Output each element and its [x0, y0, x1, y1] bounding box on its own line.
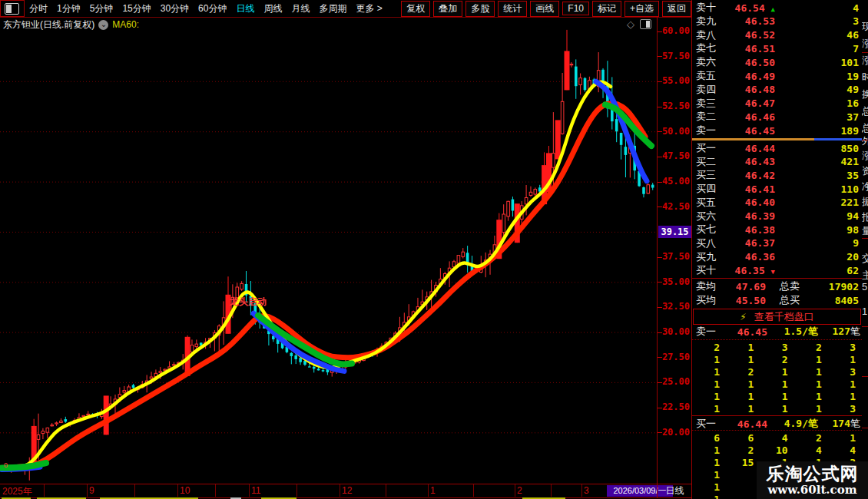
order-row[interactable]: 买五46.40221	[692, 196, 862, 210]
clipped-panel-text: 资	[862, 164, 868, 178]
period-label[interactable]: 日线	[657, 484, 692, 498]
toolbar-button[interactable]: 返回	[662, 1, 691, 17]
order-row[interactable]: 买一46.44850	[692, 141, 862, 155]
split-view-icon[interactable]	[640, 19, 651, 29]
order-volume: 19	[775, 71, 862, 82]
queue-cell: 3	[828, 366, 862, 378]
buy-one-label: 买一	[692, 417, 723, 431]
period-menu-item[interactable]: 1分钟	[52, 2, 85, 15]
toolbar-button[interactable]: 叠加	[433, 1, 462, 17]
divider	[862, 428, 868, 428]
x-axis-label: 2025年	[2, 485, 32, 498]
chevron-down-icon[interactable]: ⌄	[98, 20, 108, 30]
sell-queue-header[interactable]: 卖一 46.45 1.5/笔 127笔	[692, 325, 862, 338]
order-row[interactable]: 卖三46.4716	[692, 97, 862, 111]
order-price: 46.49	[724, 71, 775, 82]
divider	[862, 140, 868, 140]
toolbar-button[interactable]: 多股	[465, 1, 495, 17]
divider	[692, 430, 862, 431]
chart-annotation: 龙头启动	[230, 296, 267, 309]
panel-toggle-button[interactable]	[0, 0, 25, 17]
order-book-panel: 卖十46.54 ▲4卖九46.533卖八46.5246卖七46.517卖六46.…	[691, 0, 863, 499]
x-axis-tick	[177, 484, 178, 497]
order-row[interactable]: 买十46.35 ▼62	[692, 263, 862, 277]
order-volume: 16	[775, 97, 862, 109]
period-menu-item[interactable]: 15分钟	[118, 2, 155, 15]
order-price: 46.52	[724, 29, 775, 41]
order-level-label: 买七	[692, 223, 724, 236]
y-axis-label: 45.00	[662, 176, 690, 187]
x-axis-tick	[473, 484, 474, 497]
toolbar-button[interactable]: 统计	[498, 1, 527, 17]
order-row[interactable]: 买七46.3898	[692, 223, 862, 236]
period-menu-item[interactable]: 周线	[259, 2, 287, 15]
toolbar-button[interactable]: 标记	[592, 1, 621, 17]
order-row[interactable]: 买八46.379	[692, 236, 862, 250]
order-row[interactable]: 卖九46.533	[692, 15, 862, 28]
order-row[interactable]: 卖二46.4637	[692, 110, 862, 124]
order-level-label: 卖三	[692, 97, 724, 111]
order-row[interactable]: 买九46.3620	[692, 250, 862, 264]
order-row[interactable]: 买六46.3994	[692, 210, 862, 223]
queue-cell: 1	[760, 391, 793, 403]
diamond-icon[interactable]: ◇	[627, 18, 634, 30]
price-badge: 39.15	[658, 226, 691, 238]
order-volume: 37	[775, 111, 862, 123]
period-menu-item[interactable]: 30分钟	[156, 2, 194, 15]
period-menu-item[interactable]: 多周期	[314, 2, 351, 15]
sell-per-trade: 1.5/笔	[767, 325, 818, 339]
order-row[interactable]: 卖八46.5246	[692, 28, 862, 42]
buy-queue-header[interactable]: 买一 46.44 4.9/笔 174笔	[692, 417, 862, 430]
order-price: 46.50	[724, 57, 775, 68]
order-level-label: 卖六	[692, 55, 724, 69]
order-row[interactable]: 买三46.4235	[692, 168, 862, 182]
y-axis-label: 32.50	[662, 301, 690, 312]
candlestick-chart[interactable]	[0, 17, 657, 484]
period-menu-item[interactable]: 日线	[231, 2, 259, 15]
toolbar-button[interactable]: F10	[562, 2, 589, 15]
clipped-panel-text: 交	[862, 252, 868, 266]
order-row[interactable]: 卖七46.517	[692, 41, 862, 55]
y-axis-label: 52.50	[662, 101, 690, 111]
total-buy-label: 总买	[766, 293, 800, 307]
queue-cell: 4	[760, 432, 793, 444]
order-row[interactable]: 卖一46.45189	[692, 124, 862, 137]
order-price: 46.41	[724, 183, 775, 195]
zero-marker: 0	[4, 461, 8, 469]
order-volume: 20	[775, 251, 862, 263]
period-menu-item[interactable]: 60分钟	[194, 2, 231, 15]
queue-cell: 6	[726, 432, 760, 444]
period-menu-item[interactable]: 5分钟	[85, 2, 118, 15]
thousand-depth-link[interactable]: ⚡ 查看千档盘口	[693, 309, 861, 325]
order-level-label: 买十	[692, 263, 724, 277]
period-menu-item[interactable]: 月线	[287, 2, 314, 15]
sell-avg-value: 47.69	[721, 281, 766, 292]
x-axis-tick	[340, 484, 340, 497]
toolbar-button[interactable]: +自选	[624, 1, 659, 17]
period-menu-item[interactable]: 分时	[25, 2, 52, 15]
order-volume: 35	[775, 170, 862, 181]
order-row[interactable]: 买四46.41110	[692, 182, 862, 196]
order-price: 46.53	[724, 15, 775, 27]
bid-ask-ratio-bar	[692, 138, 862, 140]
order-row[interactable]: 卖四46.4849	[692, 83, 862, 97]
order-row[interactable]: 卖十46.54 ▲4	[692, 1, 862, 15]
queue-cell: 1	[828, 354, 862, 366]
thousand-depth-label: 查看千档盘口	[754, 310, 814, 324]
order-volume: 94	[775, 210, 862, 222]
toolbar-button[interactable]: 画线	[530, 1, 559, 17]
order-row[interactable]: 买二46.43421	[692, 155, 862, 169]
order-row[interactable]: 卖五46.4919	[692, 69, 862, 83]
period-menu-item[interactable]: 更多 >	[351, 2, 386, 15]
order-volume: 9	[775, 237, 862, 249]
y-axis-label: 37.50	[662, 251, 690, 262]
watermark: 乐淘公式网 www.60lt.com	[757, 461, 868, 499]
queue-cell: 1	[828, 432, 862, 444]
order-row[interactable]: 卖六46.50101	[692, 55, 862, 69]
clipped-panel-text: 振	[862, 195, 868, 209]
queue-cell: 2	[692, 342, 726, 354]
order-level-label: 卖二	[692, 110, 724, 124]
toolbar-button[interactable]: 复权	[401, 1, 430, 17]
queue-cell: 3	[828, 342, 862, 354]
queue-cell: 1	[726, 354, 760, 366]
